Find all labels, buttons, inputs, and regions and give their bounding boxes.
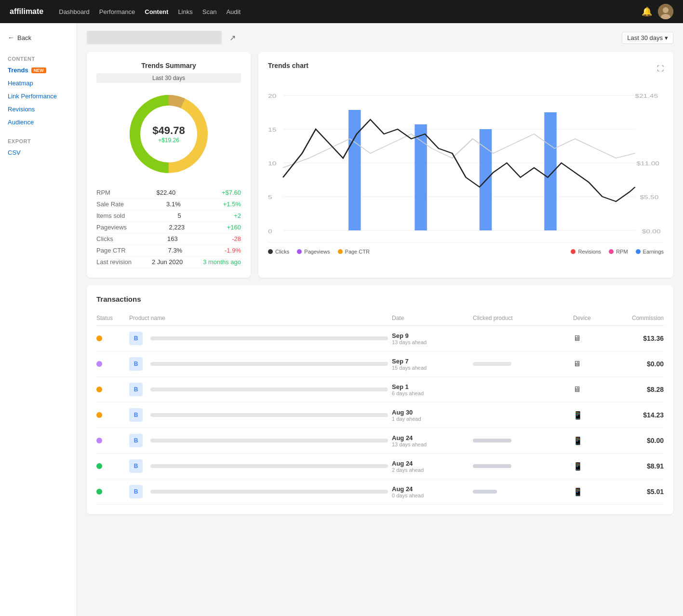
date-cell: Sep 1 6 days ahead — [392, 383, 469, 396]
revisions-label: Revisions — [8, 106, 35, 113]
commission-cell: $0.00 — [616, 437, 664, 444]
sidebar-item-heatmap[interactable]: Heatmap — [0, 77, 77, 90]
trends-label: Trends — [8, 67, 28, 74]
product-cell: B — [129, 357, 388, 371]
clicked-bar — [473, 439, 511, 442]
status-cell — [96, 335, 125, 341]
svg-point-1 — [663, 7, 669, 13]
stat-last-revision: Last revision 2 Jun 2020 3 months ago — [96, 256, 241, 268]
device-cell: 📱 — [573, 462, 612, 471]
stat-rpm: RPM $22.40 +$7.60 — [96, 187, 241, 199]
link-performance-label: Link Performance — [8, 93, 57, 100]
trends-summary-card: Trends Summary Last 30 days $4 — [87, 52, 251, 278]
commission-cell: $0.00 — [616, 360, 664, 368]
legend-label-revisions: Revisions — [578, 249, 601, 254]
product-name-bar — [150, 439, 388, 442]
table-row: B Sep 9 13 days ahead 🖥 $13.36 — [96, 326, 664, 351]
sidebar-item-audience[interactable]: Audience — [0, 116, 77, 129]
main-content: ↗ Last 30 days ▾ Trends Summary Last 30 … — [77, 23, 683, 616]
nav-links[interactable]: Links — [178, 8, 192, 15]
product-icon: B — [129, 383, 143, 396]
sidebar-item-revisions[interactable]: Revisions — [0, 103, 77, 116]
commission-cell: $8.91 — [616, 462, 664, 470]
expand-chart-icon[interactable]: ⛶ — [657, 65, 664, 72]
device-cell: 📱 — [573, 436, 612, 445]
date-filter[interactable]: Last 30 days ▾ — [622, 32, 673, 44]
stat-items-sold: Items sold 5 +2 — [96, 210, 241, 222]
table-row: B Aug 30 1 day ahead 📱 $14.23 — [96, 402, 664, 428]
status-dot-purple — [96, 361, 102, 367]
col-device: Device — [573, 315, 612, 321]
date-cell: Aug 30 1 day ahead — [392, 409, 469, 422]
date-cell: Aug 24 2 days ahead — [392, 460, 469, 473]
device-cell: 📱 — [573, 411, 612, 420]
nav-content[interactable]: Content — [145, 8, 168, 15]
export-section-header: EXPORT — [0, 134, 77, 146]
nav-performance[interactable]: Performance — [99, 8, 135, 15]
legend-earnings: Earnings — [636, 249, 664, 254]
status-dot-green — [96, 489, 102, 495]
notifications-bell[interactable]: 🔔 — [642, 6, 652, 17]
nav-audit[interactable]: Audit — [226, 8, 241, 15]
date-cell: Sep 9 13 days ahead — [392, 332, 469, 345]
status-cell — [96, 438, 125, 443]
status-dot-purple — [96, 438, 102, 443]
product-cell: B — [129, 485, 388, 498]
back-label: Back — [17, 34, 31, 41]
svg-rect-20 — [348, 110, 361, 230]
mobile-icon: 📱 — [573, 462, 583, 470]
product-cell: B — [129, 408, 388, 422]
legend-label-rpm: RPM — [616, 249, 628, 254]
nav-dashboard[interactable]: Dashboard — [59, 8, 90, 15]
status-dot-yellow — [96, 412, 102, 418]
mobile-icon: 📱 — [573, 488, 583, 496]
product-cell: B — [129, 434, 388, 447]
sidebar: ← Back CONTENT Trends NEW Heatmap Link P… — [0, 23, 77, 616]
device-cell: 🖥 — [573, 360, 612, 368]
period-badge: Last 30 days — [152, 75, 185, 81]
cards-row: Trends Summary Last 30 days $4 — [87, 52, 673, 278]
sidebar-item-link-performance[interactable]: Link Performance — [0, 90, 77, 103]
trends-chart: 0 5 10 15 20 $0.00 $5.50 $11.00 $21.45 — [268, 81, 664, 237]
mobile-icon: 📱 — [573, 437, 583, 445]
clicked-product-cell — [473, 464, 569, 468]
external-link-icon[interactable]: ↗ — [229, 33, 236, 42]
status-cell — [96, 463, 125, 469]
svg-text:$11.00: $11.00 — [636, 161, 659, 166]
col-commission: Commission — [616, 315, 664, 321]
back-button[interactable]: ← Back — [0, 31, 77, 44]
clicked-bar — [473, 464, 511, 468]
content-section-header: CONTENT — [0, 52, 77, 64]
svg-text:0: 0 — [268, 228, 272, 234]
sidebar-item-csv[interactable]: CSV — [0, 146, 77, 159]
legend-label-page-ctr: Page CTR — [345, 249, 370, 254]
nav-scan[interactable]: Scan — [202, 8, 217, 15]
desktop-icon: 🖥 — [573, 385, 581, 393]
url-bar[interactable] — [87, 31, 222, 44]
desktop-icon: 🖥 — [573, 360, 581, 368]
svg-text:$21.45: $21.45 — [635, 93, 658, 99]
date-cell: Aug 24 0 days ahead — [392, 485, 469, 498]
nav-links: Dashboard Performance Content Links Scan… — [59, 8, 642, 15]
svg-text:$0.00: $0.00 — [642, 228, 661, 234]
product-name-bar — [150, 413, 388, 417]
legend-dot-revisions — [571, 249, 576, 254]
legend-pageviews: Pageviews — [297, 249, 330, 254]
trends-chart-card: Trends chart ⛶ 0 5 10 15 20 $0.00 $5.50 — [258, 52, 673, 278]
legend-clicks: Clicks — [268, 249, 289, 254]
date-filter-label: Last 30 days — [627, 34, 663, 41]
table-row: B Aug 24 0 days ahead 📱 $5.01 — [96, 479, 664, 505]
clicked-product-cell — [473, 439, 569, 442]
legend-label-clicks: Clicks — [275, 249, 289, 254]
legend-revisions: Revisions — [571, 249, 601, 254]
status-dot-yellow — [96, 387, 102, 392]
svg-rect-23 — [544, 112, 556, 230]
product-icon: B — [129, 485, 143, 498]
commission-cell: $8.28 — [616, 386, 664, 393]
status-dot-green — [96, 463, 102, 469]
user-avatar[interactable] — [658, 4, 673, 19]
app-logo: affilimate — [10, 7, 43, 16]
sidebar-item-trends[interactable]: Trends NEW — [0, 64, 77, 77]
col-status: Status — [96, 315, 125, 321]
chart-card-title: Trends chart — [268, 62, 308, 69]
